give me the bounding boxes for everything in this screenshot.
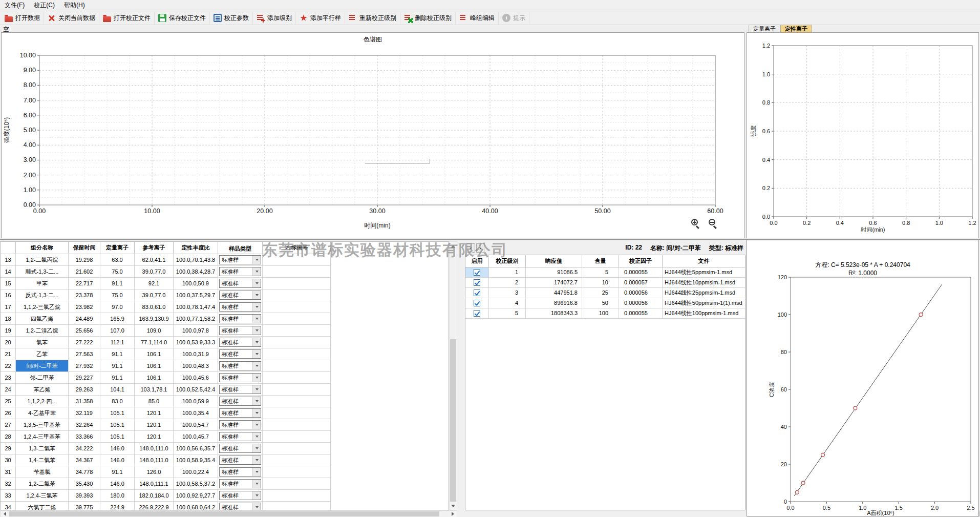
scroll-up-icon[interactable] xyxy=(450,242,457,250)
sample-type-dropdown[interactable]: 标准样 xyxy=(219,326,261,335)
component-row-17[interactable]: 171,1,2-三氯乙烷23.98297.083.0,61.0100.0,78.… xyxy=(1,301,449,313)
menu-help[interactable]: 帮助(H) xyxy=(59,0,90,11)
sample-type-dropdown[interactable]: 标准样 xyxy=(219,444,261,453)
sample-type-dropdown[interactable]: 标准样 xyxy=(219,456,261,465)
chevron-down-icon xyxy=(252,444,261,452)
delete-calibration-level-button[interactable]: 删除校正级别 xyxy=(400,12,456,24)
retention-time: 33.366 xyxy=(69,431,100,443)
component-row-28[interactable]: 281,2,4-三甲基苯33.366105.1120.1100.0,45.7标准… xyxy=(1,431,449,443)
calibration-row-3[interactable]: 3447951.8250.000056HJ644线性25ppmsim-1.msd xyxy=(465,288,745,298)
component-row-29[interactable]: 291,3-二氯苯34.222146.0148.0,111.0100.0,56.… xyxy=(1,443,449,454)
close-current-data-button[interactable]: 关闭当前数据 xyxy=(44,12,99,24)
component-row-26[interactable]: 264-乙基甲苯32.119105.1120.1100.0,35.4标准样 xyxy=(1,407,449,419)
retention-time: 34.778 xyxy=(69,466,100,478)
sample-type-dropdown[interactable]: 标准样 xyxy=(219,467,261,477)
scroll-left-icon[interactable] xyxy=(1,511,9,517)
sample-type-dropdown[interactable]: 标准样 xyxy=(219,432,261,441)
component-row-20[interactable]: 20氯苯27.222112.177.1,114.0100.0,53.9,33.3… xyxy=(1,337,449,348)
component-table-vscrollbar[interactable] xyxy=(449,241,457,510)
component-row-15[interactable]: 15甲苯22.71791.192.1100.0,50.9标准样 xyxy=(1,278,449,289)
open-calibration-file-button[interactable]: 打开校正文件 xyxy=(99,12,155,24)
tab-quantitative-ion[interactable]: 定量离子 xyxy=(749,25,780,32)
sample-type-value: 标准样 xyxy=(220,350,239,358)
recalibrate-level-button[interactable]: 重新校正级别 xyxy=(345,12,400,24)
zoom-in-button[interactable] xyxy=(691,218,701,229)
ion-chart[interactable]: 0.00.20.40.60.81.01.20.00.20.40.60.81.01… xyxy=(747,33,978,238)
component-row-34[interactable]: 34六氯丁二烯39.775224.9226.9,222.9100.0,68.0,… xyxy=(1,502,449,510)
menu-file[interactable]: 文件(F) xyxy=(0,0,29,11)
calibration-row-1[interactable]: 191086.550.000055HJ644线性5ppmsim-1.msd xyxy=(465,267,745,278)
menu-calibration[interactable]: 校正(C) xyxy=(29,0,59,11)
sample-type-dropdown[interactable]: 标准样 xyxy=(219,338,261,347)
component-row-33[interactable]: 331,2,4-三氯苯39.393180.0182.0,184.0100.0,9… xyxy=(1,490,449,502)
tab-qualitative-ion[interactable]: 定性离子 xyxy=(780,25,812,32)
sample-type-dropdown[interactable]: 标准样 xyxy=(219,397,261,406)
sample-type-dropdown[interactable]: 标准样 xyxy=(219,373,261,382)
sample-type-dropdown[interactable]: 标准样 xyxy=(219,361,261,370)
sample-type-dropdown[interactable]: 标准样 xyxy=(219,302,261,312)
ref-ion: 126.0 xyxy=(135,466,174,478)
prev-button[interactable]: ‹ xyxy=(467,243,475,253)
open-data-button[interactable]: 打开数据 xyxy=(1,12,44,24)
calibration-params-button[interactable]: 校正参数 xyxy=(210,12,253,24)
save-calibration-file-button[interactable]: 保存校正文件 xyxy=(155,12,210,24)
component-row-32[interactable]: 321,2-二氯苯35.430146.0148.0,111.1100.0,58.… xyxy=(1,478,449,490)
sample-type-dropdown[interactable]: 标准样 xyxy=(219,479,261,488)
component-row-25[interactable]: 251,1,2,2-四...31.35883.085.0100.0,59.9标准… xyxy=(1,396,449,407)
enable-checkbox[interactable] xyxy=(474,310,480,317)
sample-type-dropdown[interactable]: 标准样 xyxy=(219,349,261,359)
component-row-30[interactable]: 301,4-二氯苯34.367146.0148.0,111.0100.0,58.… xyxy=(1,454,449,466)
sample-type-value: 标准样 xyxy=(220,480,239,488)
folder-open-icon xyxy=(103,16,111,22)
component-row-19[interactable]: 191,2-二溴乙烷25.656107.0109.0100.0,97.8标准样 xyxy=(1,325,449,337)
cell: 标准样 xyxy=(218,490,263,502)
scrollbar-thumb[interactable] xyxy=(9,511,439,516)
sample-type-dropdown[interactable]: 标准样 xyxy=(219,385,261,394)
chromatogram-chart[interactable]: 0.0010.0020.0030.0040.0050.0060.000.001.… xyxy=(2,33,744,238)
component-row-24[interactable]: 24苯乙烯29.263104.1103.1,78.1100.0,52.5,42.… xyxy=(1,384,449,396)
sample-type-dropdown[interactable]: 标准样 xyxy=(219,503,261,510)
sample-type-dropdown[interactable]: 标准样 xyxy=(219,279,261,288)
scroll-right-icon[interactable] xyxy=(449,511,457,517)
enable-checkbox[interactable] xyxy=(474,279,480,286)
next-button[interactable]: › xyxy=(476,243,484,253)
internal-id xyxy=(263,337,331,348)
add-level-button[interactable]: 添加级别 xyxy=(253,12,296,24)
sample-type-dropdown[interactable]: 标准样 xyxy=(219,267,261,276)
component-row-21[interactable]: 21乙苯27.56391.1106.1100.0,31.9标准样 xyxy=(1,348,449,360)
enable-checkbox[interactable] xyxy=(474,269,480,276)
add-parallel-sample-button[interactable]: 添加平行样 xyxy=(296,12,345,24)
peak-group-edit-button[interactable]: 峰组编辑 xyxy=(456,12,499,24)
zoom-out-button[interactable] xyxy=(708,218,718,229)
sample-type-dropdown[interactable]: 标准样 xyxy=(219,408,261,418)
calibration-row-2[interactable]: 2174072.7100.000057HJ644线性10ppmsim-1.msd xyxy=(465,278,745,288)
quant-ion: 105.1 xyxy=(100,431,135,443)
sample-type-dropdown[interactable]: 标准样 xyxy=(219,491,261,500)
calibration-row-5[interactable]: 51808343.31000.000055HJ644线性100ppmsim-1.… xyxy=(465,308,745,319)
component-table-hscrollbar[interactable] xyxy=(0,510,457,517)
component-row-13[interactable]: 131,2-二氯丙烷19.29863.062.0,41.1100.0,70.1,… xyxy=(1,254,449,266)
component-row-27[interactable]: 271,3,5-三甲基苯32.264105.1120.1100.0,54.7标准… xyxy=(1,419,449,431)
component-row-31[interactable]: 31苄基氯34.77891.1126.0100.0,22.4标准样 xyxy=(1,466,449,478)
scroll-down-icon[interactable] xyxy=(450,502,457,510)
sample-type-dropdown[interactable]: 标准样 xyxy=(219,291,261,300)
sample-type-dropdown[interactable]: 标准样 xyxy=(219,255,261,264)
scrollbar-thumb[interactable] xyxy=(450,339,456,502)
chevron-down-icon xyxy=(252,503,261,510)
sample-type-dropdown[interactable]: 标准样 xyxy=(219,420,261,429)
response-value: 896916.8 xyxy=(526,298,582,308)
enable-checkbox[interactable] xyxy=(474,289,480,296)
component-row-18[interactable]: 18四氯乙烯24.489165.9163.9,130.9100.0,77.1,5… xyxy=(1,313,449,325)
calibration-curve-chart[interactable]: 0.00.51.01.52.02.5020406080100120A面积(10⁶… xyxy=(747,240,978,516)
component-row-16[interactable]: 16反式-1,3-二...23.37875.039.0,77.0100.0,37… xyxy=(1,289,449,301)
ref-ion: 120.1 xyxy=(135,431,174,443)
sample-type-dropdown[interactable]: 标准样 xyxy=(219,314,261,323)
component-row-22[interactable]: 22间/对-二甲苯27.93291.1106.1100.0,48.3标准样 xyxy=(1,360,449,372)
calibration-row-4[interactable]: 4896916.8500.000056HJ644线性50ppmsim-1(1).… xyxy=(465,298,745,308)
component-row-14[interactable]: 14顺式-1,3-二...21.60275.039.0,77.0100.0,38… xyxy=(1,266,449,278)
component-row-23[interactable]: 23邻-二甲苯29.22791.1106.1100.0,45.6标准样 xyxy=(1,372,449,384)
enable-checkbox[interactable] xyxy=(474,300,480,306)
ref-ion: 148.0,111.0 xyxy=(135,454,174,466)
ref-ion: 85.0 xyxy=(135,396,174,407)
quant-ion: 146.0 xyxy=(100,443,135,454)
